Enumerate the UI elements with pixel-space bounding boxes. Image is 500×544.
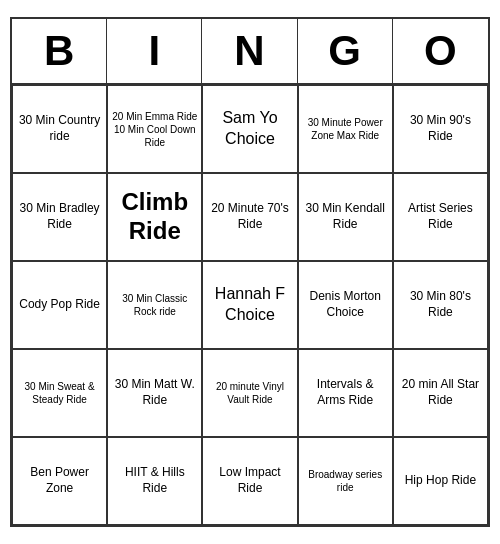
- bingo-cell-21: HIIT & Hills Ride: [107, 437, 202, 525]
- bingo-header: BINGO: [12, 19, 488, 85]
- bingo-cell-12: Hannah F Choice: [202, 261, 297, 349]
- bingo-cell-15: 30 Min Sweat & Steady Ride: [12, 349, 107, 437]
- bingo-cell-20: Ben Power Zone: [12, 437, 107, 525]
- bingo-cell-10: Cody Pop Ride: [12, 261, 107, 349]
- bingo-cell-18: Intervals & Arms Ride: [298, 349, 393, 437]
- bingo-cell-5: 30 Min Bradley Ride: [12, 173, 107, 261]
- bingo-cell-19: 20 min All Star Ride: [393, 349, 488, 437]
- bingo-cell-8: 30 Min Kendall Ride: [298, 173, 393, 261]
- bingo-cell-13: Denis Morton Choice: [298, 261, 393, 349]
- bingo-cell-9: Artist Series Ride: [393, 173, 488, 261]
- bingo-cell-7: 20 Minute 70's Ride: [202, 173, 297, 261]
- bingo-cell-0: 30 Min Country ride: [12, 85, 107, 173]
- bingo-grid: 30 Min Country ride20 Min Emma Ride 10 M…: [12, 85, 488, 525]
- bingo-cell-3: 30 Minute Power Zone Max Ride: [298, 85, 393, 173]
- bingo-cell-11: 30 Min Classic Rock ride: [107, 261, 202, 349]
- bingo-cell-24: Hip Hop Ride: [393, 437, 488, 525]
- bingo-letter-o: O: [393, 19, 488, 83]
- bingo-cell-17: 20 minute Vinyl Vault Ride: [202, 349, 297, 437]
- bingo-cell-6: Climb Ride: [107, 173, 202, 261]
- bingo-letter-g: G: [298, 19, 393, 83]
- bingo-cell-4: 30 Min 90's Ride: [393, 85, 488, 173]
- bingo-letter-b: B: [12, 19, 107, 83]
- bingo-cell-23: Broadway series ride: [298, 437, 393, 525]
- bingo-cell-16: 30 Min Matt W. Ride: [107, 349, 202, 437]
- bingo-card: BINGO 30 Min Country ride20 Min Emma Rid…: [10, 17, 490, 527]
- bingo-cell-1: 20 Min Emma Ride 10 Min Cool Down Ride: [107, 85, 202, 173]
- bingo-letter-i: I: [107, 19, 202, 83]
- bingo-cell-14: 30 Min 80's Ride: [393, 261, 488, 349]
- bingo-cell-2: Sam Yo Choice: [202, 85, 297, 173]
- bingo-letter-n: N: [202, 19, 297, 83]
- bingo-cell-22: Low Impact Ride: [202, 437, 297, 525]
